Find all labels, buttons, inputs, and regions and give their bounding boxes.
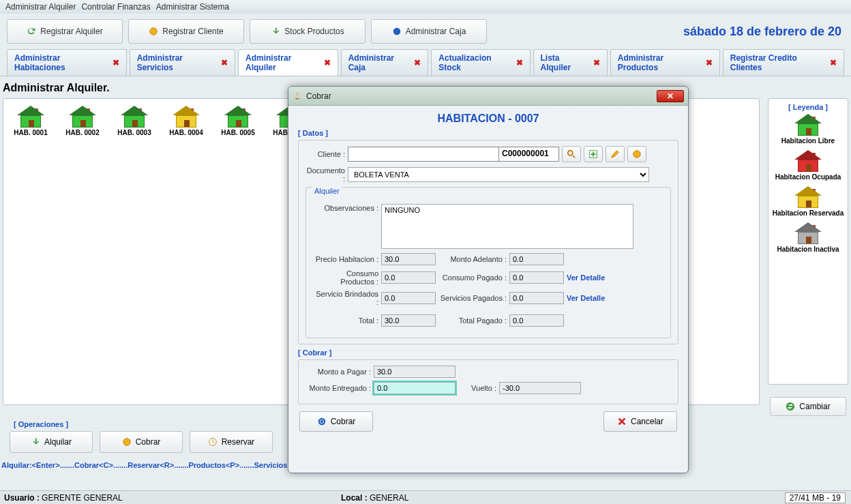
tab[interactable]: Administrar Alquiler✖ (238, 49, 338, 76)
close-icon[interactable]: ✖ (516, 58, 523, 68)
room-label: HAB. 0001 (14, 129, 47, 136)
room-item[interactable]: HAB. 0003 (115, 107, 153, 136)
menu-item[interactable]: Administrar Alquiler (3, 2, 78, 12)
registrar-cliente-button[interactable]: Registrar Cliente (128, 19, 244, 44)
monto-entregado-input[interactable] (374, 382, 456, 394)
close-icon[interactable]: ✖ (706, 58, 713, 68)
alquilar-button[interactable]: Alquilar (10, 431, 93, 453)
room-item[interactable]: HAB. 0005 (219, 107, 257, 136)
memory-indicator: 27/41 MB - 19 (785, 492, 846, 503)
monto-entregado-label: Monto Entregado : (305, 384, 371, 392)
cobrar-dialog: Cobrar ✕ HABITACION - 0007 [ Datos ] Cli… (288, 86, 689, 473)
tab[interactable]: Administrar Servicios✖ (130, 49, 235, 76)
refresh-icon (27, 27, 36, 36)
dialog-cancelar-button[interactable]: Cancelar (603, 411, 677, 432)
dialog-titlebar[interactable]: Cobrar ✕ (288, 87, 688, 106)
legend-label: Habitacion Ocupada (775, 173, 841, 181)
ver-detalle-link[interactable]: Ver Detalle (567, 273, 605, 282)
button-label: Cancelar (631, 417, 663, 426)
svg-point-1 (393, 28, 400, 35)
search-client-button[interactable] (562, 146, 581, 162)
stock-productos-button[interactable]: Stock Productos (250, 19, 365, 44)
cliente-name-input[interactable] (348, 147, 498, 161)
java-icon (293, 91, 302, 101)
swap-icon (786, 402, 795, 411)
svg-point-3 (123, 439, 130, 446)
house-icon (794, 115, 822, 136)
consumo-pagado-label: Consumo Pagado : (438, 273, 507, 282)
svg-point-8 (318, 418, 325, 426)
consumo-label: Consumo Productos : (313, 269, 378, 286)
tab[interactable]: Actualizacion Stock✖ (431, 49, 530, 76)
legend-item: Habitacion Inactiva (771, 224, 845, 253)
dialog-header: HABITACION - 0007 (298, 110, 678, 126)
vuelto-label: Vuelto : (458, 384, 496, 392)
close-icon[interactable]: ✖ (593, 58, 600, 68)
administrar-caja-button[interactable]: Administrar Caja (371, 19, 487, 44)
servicio-label: Servicio Brindados : (313, 290, 378, 306)
edit-client-button[interactable] (606, 146, 625, 162)
coin-icon (149, 27, 158, 36)
cambiar-button[interactable]: Cambiar (770, 397, 846, 416)
menu-item[interactable]: Administrar Sistema (153, 2, 232, 12)
clock-icon (208, 437, 218, 447)
button-label: Alquilar (44, 437, 72, 447)
svg-point-0 (150, 28, 158, 35)
button-label: Stock Productos (284, 27, 344, 36)
house-icon (173, 107, 200, 128)
tab[interactable]: Administrar Habitaciones✖ (7, 49, 127, 76)
legend-item: Habitacion Ocupada (771, 151, 845, 181)
consumo-value (381, 271, 436, 284)
alquiler-legend: Alquiler (312, 187, 342, 195)
local-value: GENERAL (370, 493, 408, 503)
cliente-label: Cliente : (305, 150, 345, 158)
monto-pagar-value (374, 366, 456, 378)
consumo-pagado-value (509, 271, 564, 284)
svg-point-5 (568, 151, 573, 155)
tab[interactable]: Administrar Productos✖ (610, 49, 720, 76)
menubar: Administrar Alquiler Controlar Finanzas … (0, 0, 851, 14)
vuelto-value (499, 382, 581, 394)
tab[interactable]: Registrar Credito Clientes✖ (723, 49, 844, 76)
button-label: Cambiar (799, 402, 830, 411)
close-icon[interactable]: ✖ (324, 58, 331, 68)
tab[interactable]: Lista Alquiler✖ (533, 49, 608, 76)
monto-pagar-label: Monto a Pagar : (305, 368, 371, 376)
adelanto-label: Monto Adelanto : (438, 255, 507, 263)
cobrar-box: Monto a Pagar : Monto Entregado : Vuelto… (298, 359, 678, 404)
close-icon[interactable]: ✖ (830, 58, 837, 68)
close-icon[interactable]: ✖ (414, 58, 421, 68)
room-item[interactable]: HAB. 0001 (12, 107, 50, 136)
room-label: HAB. 0002 (65, 129, 99, 136)
svg-point-2 (786, 402, 794, 411)
house-icon (794, 151, 822, 172)
reservar-button[interactable]: Reservar (190, 431, 273, 453)
registrar-alquiler-button[interactable]: Registrar Alquiler (7, 19, 123, 44)
local-label: Local : (341, 493, 368, 503)
close-icon[interactable]: ✖ (221, 58, 228, 68)
documento-select[interactable]: BOLETA VENTA (348, 167, 649, 182)
total-value (381, 314, 436, 327)
dialog-cobrar-button[interactable]: Cobrar (299, 411, 373, 432)
observaciones-input[interactable]: NINGUNO (381, 204, 633, 249)
tab[interactable]: Administrar Caja✖ (341, 49, 429, 76)
view-client-button[interactable] (627, 146, 646, 162)
coin-icon (632, 149, 642, 159)
room-item[interactable]: HAB. 0002 (63, 107, 102, 136)
plus-icon (588, 149, 598, 159)
add-client-button[interactable] (584, 146, 603, 162)
dialog-close-button[interactable]: ✕ (657, 90, 684, 102)
room-item[interactable]: HAB. 0004 (167, 107, 205, 136)
button-label: Administrar Caja (406, 27, 466, 36)
download-icon (31, 437, 40, 447)
close-icon: ✕ (667, 91, 674, 101)
menu-item[interactable]: Controlar Finanzas (78, 2, 153, 12)
usuario-label: Usuario : (4, 493, 40, 503)
precio-label: Precio Habitacion : (313, 255, 378, 263)
servicio-value (381, 292, 436, 304)
close-icon[interactable]: ✖ (113, 58, 119, 68)
cobrar-button[interactable]: Cobrar (100, 431, 183, 453)
date-display: sábado 18 de febrero de 20 (683, 25, 844, 39)
ver-detalle-link[interactable]: Ver Detalle (567, 294, 605, 302)
tab-label: Administrar Caja (348, 53, 410, 72)
